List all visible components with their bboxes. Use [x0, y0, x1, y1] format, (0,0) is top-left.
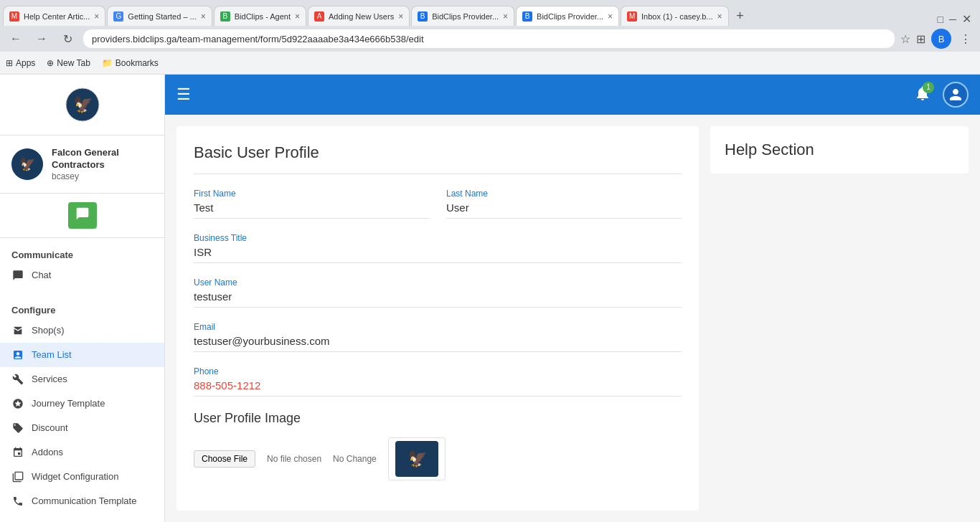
team-list-label: Team List — [32, 349, 72, 360]
minimize-button[interactable]: ─ — [949, 14, 956, 25]
last-name-value: User — [446, 201, 682, 219]
choose-file-button[interactable]: Choose File — [194, 450, 255, 468]
right-panel: ☰ 1 Basic User Profile — [165, 75, 980, 522]
new-tab-button[interactable]: + — [730, 6, 750, 26]
company-avatar-icon: 🦅 — [11, 148, 43, 180]
main-content: Basic User Profile First Name Test Last … — [165, 115, 980, 522]
journey-template-label: Journey Template — [32, 398, 105, 409]
phone-group: Phone 888-505-1212 — [194, 366, 682, 397]
sidebar-item-widget-config[interactable]: Widget Configuration — [0, 465, 164, 489]
phone-label: Phone — [194, 366, 682, 376]
chat-label: Chat — [32, 270, 51, 280]
discount-icon — [11, 422, 24, 435]
tab-title-6: BidClips Provider... — [537, 12, 603, 21]
services-label: Services — [32, 374, 67, 384]
sidebar-item-team-list[interactable]: Team List — [0, 343, 164, 367]
tab-close-5[interactable]: × — [503, 11, 508, 22]
tab-gmail[interactable]: M Help Center Artic... × — [3, 6, 105, 26]
sidebar-item-discount[interactable]: Discount — [0, 416, 164, 440]
chrome-menu-button[interactable]: ⋮ — [957, 32, 974, 46]
close-window-button[interactable]: ✕ — [962, 12, 971, 26]
discount-label: Discount — [32, 422, 68, 433]
tab-close-4[interactable]: × — [398, 11, 403, 22]
sidebar-item-journey-template[interactable]: Journey Template — [0, 392, 164, 416]
tab-favicon: M — [9, 11, 19, 22]
sidebar-logo-area: 🦅 — [0, 75, 164, 136]
tab-bidclips-provider-1[interactable]: B BidClips Provider... × — [411, 6, 514, 26]
bookmarks-apps[interactable]: ⊞ Apps — [6, 58, 35, 68]
phone-value: 888-505-1212 — [194, 379, 682, 397]
communicate-section: Communicate Chat — [0, 238, 164, 293]
bookmarks-label: Bookmarks — [116, 58, 159, 68]
tab-adding-users[interactable]: A Adding New Users × — [308, 6, 410, 26]
address-input[interactable] — [83, 29, 895, 48]
email-row: Email testuser@yourbusiness.com — [194, 322, 682, 352]
tab-close-7[interactable]: × — [717, 11, 722, 22]
svg-text:🦅: 🦅 — [19, 156, 36, 172]
business-title-value: ISR — [194, 246, 682, 263]
sidebar-item-comm-template[interactable]: Communication Template — [0, 489, 164, 513]
shops-label: Shop(s) — [32, 325, 65, 336]
forward-button[interactable]: → — [32, 29, 52, 49]
apps-grid-icon: ⊞ — [6, 58, 13, 68]
sidebar-item-services[interactable]: Services — [0, 367, 164, 392]
tab-favicon-6: B — [522, 11, 532, 22]
tab-getting-started[interactable]: G Getting Started – ... × — [107, 6, 212, 26]
logo-icon: 🦅 — [65, 87, 100, 123]
no-file-text: No file chosen — [267, 454, 321, 464]
tab-close-6[interactable]: × — [608, 11, 613, 22]
sidebar-item-chat[interactable]: Chat — [0, 263, 164, 288]
chat-nav-icon — [11, 269, 24, 282]
form-title: Basic User Profile — [194, 143, 682, 174]
new-tab-label: New Tab — [57, 58, 90, 68]
email-label: Email — [194, 322, 682, 332]
company-info-section: 🦅 Falcon General Contractors bcasey — [0, 136, 164, 194]
new-tab-icon: ⊕ — [47, 58, 54, 68]
tab-title-3: BidClips - Agent — [235, 12, 291, 21]
username-row: User Name testuser — [194, 277, 682, 308]
tab-bidclips-provider-2[interactable]: B BidClips Provider... × — [516, 6, 619, 26]
sidebar: 🦅 🦅 Falcon General Contractors bcasey — [0, 75, 165, 522]
username-value: testuser — [194, 290, 682, 308]
app-wrapper: 🦅 🦅 Falcon General Contractors bcasey — [0, 75, 980, 522]
tab-close-2[interactable]: × — [201, 11, 206, 22]
business-title-group: Business Title ISR — [194, 233, 682, 263]
file-upload-row: Choose File No file chosen No Change 🦅 — [194, 437, 682, 480]
chat-button-area — [0, 194, 164, 238]
back-button[interactable]: ← — [6, 29, 26, 49]
comm-template-icon — [11, 495, 24, 508]
reload-button[interactable]: ↻ — [57, 29, 77, 49]
extensions-icon[interactable]: ⊞ — [916, 32, 925, 46]
chat-icon-wrap — [11, 202, 153, 229]
addons-icon — [11, 446, 24, 459]
tab-favicon-5: B — [418, 11, 428, 22]
phone-row: Phone 888-505-1212 — [194, 366, 682, 397]
no-change-text: No Change — [333, 454, 377, 464]
first-name-value: Test — [194, 201, 429, 219]
restore-window-button[interactable]: □ — [938, 14, 943, 25]
help-panel: Help Section — [710, 126, 969, 511]
notification-button[interactable]: 1 — [914, 85, 931, 105]
address-bar: ← → ↻ ☆ ⊞ B ⋮ — [0, 26, 980, 52]
company-user: bcasey — [52, 171, 153, 181]
name-row: First Name Test Last Name User — [194, 189, 682, 219]
tab-inbox[interactable]: M Inbox (1) - casey.b... × — [621, 6, 728, 26]
tab-close-1[interactable]: × — [94, 11, 99, 22]
tab-close-3[interactable]: × — [295, 11, 300, 22]
hamburger-menu-button[interactable]: ☰ — [176, 85, 191, 104]
username-group: User Name testuser — [194, 277, 682, 308]
first-name-group: First Name Test — [194, 189, 429, 219]
user-avatar-button[interactable] — [943, 82, 969, 108]
sidebar-item-addons[interactable]: Addons — [0, 440, 164, 465]
bookmarks-folder[interactable]: 📁 Bookmarks — [102, 58, 159, 68]
profile-avatar[interactable]: B — [931, 29, 951, 49]
sidebar-item-shops[interactable]: Shop(s) — [0, 318, 164, 343]
bookmarks-new-tab[interactable]: ⊕ New Tab — [47, 58, 90, 68]
help-card: Help Section — [710, 126, 969, 174]
chat-icon-button[interactable] — [68, 202, 97, 229]
apps-label: Apps — [16, 58, 35, 68]
tab-favicon-7: M — [627, 11, 637, 22]
tab-bidclips-agent[interactable]: B BidClips - Agent × — [214, 6, 306, 26]
bookmark-star-icon[interactable]: ☆ — [900, 32, 910, 46]
bookmarks-folder-icon: 📁 — [102, 58, 113, 68]
